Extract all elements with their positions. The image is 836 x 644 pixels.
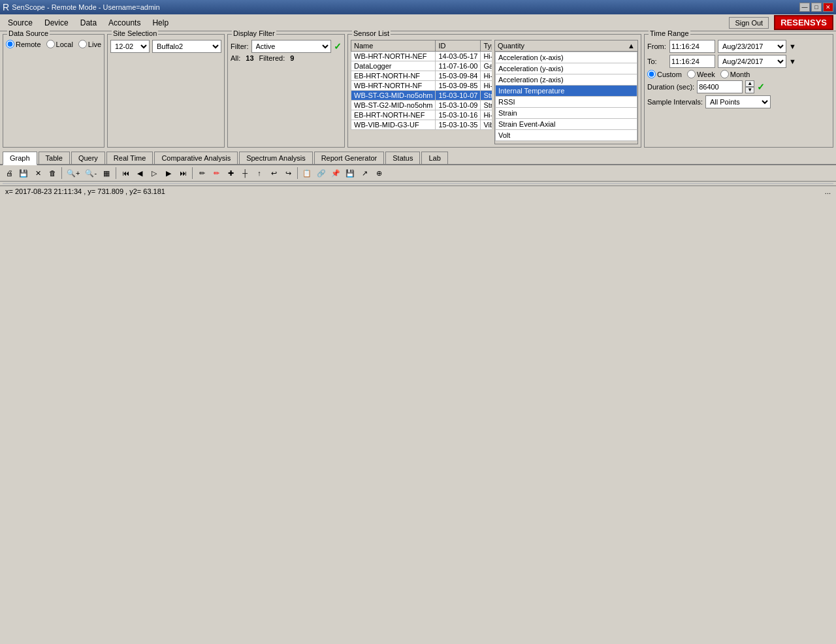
toolbar-crosshair[interactable]: ┼ bbox=[238, 167, 251, 180]
from-dropdown-icon: ▼ bbox=[789, 42, 796, 50]
from-label: From: bbox=[647, 42, 667, 50]
filter-label: Filter: bbox=[231, 42, 249, 50]
toolbar-grid[interactable]: ▦ bbox=[100, 167, 113, 180]
quantity-list-item[interactable]: Volt bbox=[496, 130, 637, 141]
radio-custom[interactable]: Custom bbox=[647, 70, 682, 78]
sample-label: Sample Intervals: bbox=[647, 98, 703, 106]
menu-device[interactable]: Device bbox=[39, 17, 74, 29]
site-id-select[interactable]: 12-02 bbox=[110, 40, 150, 53]
menu-accounts[interactable]: Accounts bbox=[103, 17, 146, 29]
quantity-list-item[interactable]: Strain Event-Axial bbox=[496, 119, 637, 130]
toolbar-redo[interactable]: ↪ bbox=[281, 167, 295, 180]
from-time-input[interactable] bbox=[669, 40, 715, 53]
quantity-list-item[interactable]: Acceleration (y-axis) bbox=[496, 63, 637, 74]
filtered-value: 9 bbox=[290, 54, 294, 62]
sign-out-button[interactable]: Sign Out bbox=[729, 17, 769, 29]
quantity-list-item[interactable]: Internal Temperature bbox=[496, 86, 637, 97]
toolbar-save[interactable]: 💾 bbox=[17, 167, 30, 180]
toolbar-delete[interactable]: 🗑 bbox=[46, 167, 59, 180]
toolbar-zoom-out[interactable]: 🔍- bbox=[83, 167, 99, 180]
duration-up[interactable]: ▲ bbox=[745, 80, 754, 87]
radio-local[interactable]: Local bbox=[46, 40, 73, 48]
from-date-select[interactable]: Aug/23/2017 bbox=[718, 40, 786, 53]
display-filter-title: Display Filter bbox=[232, 29, 276, 37]
sensor-table-row[interactable]: WB-HRT-NORTH-NF 15-03-09-85 Hi-Res Tilt bbox=[351, 81, 492, 91]
filter-apply-button[interactable]: ✓ bbox=[334, 41, 342, 52]
site-name-select[interactable]: Buffalo2 bbox=[152, 40, 221, 53]
title-bar: R SenScope - Remote Mode - Username=admi… bbox=[0, 0, 836, 14]
close-button[interactable]: ✕ bbox=[823, 3, 833, 12]
tab-status[interactable]: Status bbox=[385, 152, 420, 164]
duration-label: Duration (sec): bbox=[647, 83, 694, 91]
filter-select[interactable]: Active All bbox=[251, 40, 332, 53]
sample-select[interactable]: All Points bbox=[705, 95, 771, 108]
radio-remote[interactable]: Remote bbox=[6, 40, 41, 48]
to-date-select[interactable]: Aug/24/2017 bbox=[718, 55, 786, 68]
time-apply-button[interactable]: ✓ bbox=[757, 82, 765, 92]
sensor-table-row[interactable]: WB-VIB-MID-G3-UF 15-03-10-35 Vibration bbox=[351, 120, 492, 130]
status-dots: ... bbox=[825, 187, 831, 195]
sensor-table-row[interactable]: WB-ST-G2-MID-no5ohm 15-03-10-09 Strain G… bbox=[351, 101, 492, 110]
time-range-title: Time Range bbox=[649, 29, 690, 37]
radio-month[interactable]: Month bbox=[720, 70, 750, 78]
toolbar-first[interactable]: ⏮ bbox=[119, 167, 132, 180]
sensor-table-row[interactable]: WB-ST-G3-MID-no5ohm 15-03-10-07 Strain G… bbox=[351, 91, 492, 101]
quantity-scroll-icon: ▲ bbox=[628, 42, 635, 50]
toolbar-prev[interactable]: ◀ bbox=[133, 167, 146, 180]
app-icon: R bbox=[3, 2, 9, 12]
data-source-title: Data Source bbox=[7, 29, 50, 37]
toolbar-close[interactable]: ✕ bbox=[31, 167, 44, 180]
menu-data[interactable]: Data bbox=[75, 17, 102, 29]
tab-spectrum[interactable]: Spectrum Analysis bbox=[239, 152, 312, 164]
toolbar-plus-circle[interactable]: ⊕ bbox=[372, 167, 385, 180]
tab-table[interactable]: Table bbox=[39, 152, 70, 164]
toolbar-pin[interactable]: 📌 bbox=[329, 167, 342, 180]
sensor-table: Name ID Type WB-HRT-NORTH-NEF 14-03-05-1… bbox=[351, 40, 492, 130]
toolbar-last[interactable]: ⏭ bbox=[176, 167, 189, 180]
sensor-table-row[interactable]: EB-HRT-NORTH-NF 15-03-09-84 Hi-Res Tilt bbox=[351, 71, 492, 81]
toolbar-pencil[interactable]: ✏ bbox=[195, 167, 208, 180]
data-source-options: Remote Local Live bbox=[6, 40, 101, 48]
logo: RESENSYS bbox=[774, 15, 833, 30]
tab-lab[interactable]: Lab bbox=[421, 152, 447, 164]
toolbar-add[interactable]: ✚ bbox=[224, 167, 237, 180]
sensor-table-row[interactable]: DataLogger 11-07-16-00 Gateway-SeniMax bbox=[351, 61, 492, 71]
radio-week[interactable]: Week bbox=[687, 70, 715, 78]
toolbar-sep1 bbox=[61, 167, 62, 179]
sensor-table-row[interactable]: WB-HRT-NORTH-NEF 14-03-05-17 Hi-Res Tilt bbox=[351, 52, 492, 61]
to-dropdown-icon: ▼ bbox=[789, 57, 796, 65]
maximize-button[interactable]: □ bbox=[811, 3, 822, 12]
menu-source[interactable]: Source bbox=[3, 17, 38, 29]
radio-live[interactable]: Live bbox=[78, 40, 101, 48]
minimize-button[interactable]: — bbox=[799, 3, 810, 12]
site-selection-title: Site Selection bbox=[112, 29, 158, 37]
toolbar-export[interactable]: ↗ bbox=[358, 167, 371, 180]
quantity-list-item[interactable]: Acceleration (z-axis) bbox=[496, 74, 637, 86]
status-bar: x= 2017-08-23 21:11:34 , y= 731.809 , y2… bbox=[0, 185, 836, 197]
toolbar-save2[interactable]: 💾 bbox=[344, 167, 357, 180]
toolbar-next[interactable]: ▶ bbox=[162, 167, 175, 180]
quantity-list-item[interactable]: Strain bbox=[496, 108, 637, 119]
toolbar-play[interactable]: ▷ bbox=[148, 167, 161, 180]
toolbar-zoom-in[interactable]: 🔍+ bbox=[65, 167, 82, 180]
to-time-input[interactable] bbox=[669, 55, 715, 68]
duration-input[interactable] bbox=[697, 80, 743, 93]
quantity-list-item[interactable]: RSSI bbox=[496, 97, 637, 108]
toolbar-print[interactable]: 🖨 bbox=[3, 167, 16, 180]
all-value: 13 bbox=[246, 54, 253, 62]
sensor-table-row[interactable]: EB-HRT-NORTH-NEF 15-03-10-16 Hi-Res Tilt bbox=[351, 110, 492, 120]
menu-help[interactable]: Help bbox=[147, 17, 174, 29]
tab-realtime[interactable]: Real Time bbox=[106, 152, 153, 164]
tab-graph[interactable]: Graph bbox=[3, 152, 37, 165]
tab-query[interactable]: Query bbox=[71, 152, 105, 164]
toolbar-sep2 bbox=[116, 167, 116, 179]
toolbar-undo[interactable]: ↩ bbox=[267, 167, 280, 180]
toolbar-link[interactable]: 🔗 bbox=[315, 167, 328, 180]
tab-comparative[interactable]: Comparative Analysis bbox=[154, 152, 238, 164]
tab-report[interactable]: Report Generator bbox=[314, 152, 385, 164]
duration-down[interactable]: ▼ bbox=[745, 87, 754, 93]
toolbar-pencil2[interactable]: ✏ bbox=[210, 167, 223, 180]
toolbar-copy[interactable]: 📋 bbox=[300, 167, 314, 180]
toolbar-up[interactable]: ↑ bbox=[253, 167, 266, 180]
quantity-list-item[interactable]: Acceleration (x-axis) bbox=[496, 52, 637, 63]
